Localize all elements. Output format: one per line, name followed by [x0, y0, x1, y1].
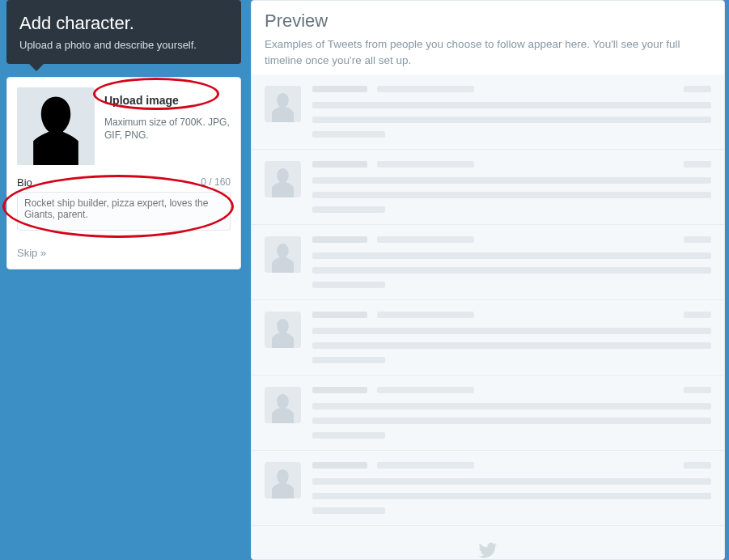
placeholder-line — [312, 357, 385, 363]
avatar-icon — [265, 387, 301, 423]
placeholder-line — [312, 418, 711, 424]
placeholder-time-bar — [684, 462, 711, 469]
placeholder-line — [312, 342, 711, 349]
placeholder-line — [312, 507, 385, 514]
bio-char-count: 0 / 160 — [201, 176, 231, 189]
placeholder-time-bar — [684, 161, 711, 168]
tooltip-title: Add character. — [19, 13, 228, 34]
placeholder-line — [312, 192, 711, 198]
placeholder-line — [312, 102, 711, 108]
placeholder-line — [312, 478, 711, 485]
avatar-icon — [265, 462, 301, 498]
twitter-bird-icon — [476, 541, 500, 560]
preview-footer — [252, 526, 724, 560]
placeholder-line — [312, 403, 711, 409]
placeholder-line — [312, 432, 385, 439]
preview-subtitle: Examples of Tweets from people you choos… — [265, 36, 711, 68]
placeholder-time-bar — [684, 86, 711, 92]
tweet-placeholder-list — [252, 74, 724, 560]
avatar-icon — [265, 236, 301, 273]
placeholder-handle-bar — [377, 86, 474, 92]
upload-note: Maximum size of 700K. JPG, GIF, PNG. — [104, 116, 231, 142]
tweet-placeholder — [252, 150, 724, 225]
avatar-icon — [265, 161, 301, 197]
placeholder-handle-bar — [377, 387, 474, 393]
placeholder-time-bar — [684, 387, 711, 393]
placeholder-handle-bar — [377, 161, 474, 168]
tooltip-arrow-icon — [29, 64, 44, 71]
bio-textarea[interactable] — [17, 192, 231, 231]
bio-label: Bio — [17, 176, 32, 189]
profile-setup-card: Upload image Maximum size of 700K. JPG, … — [6, 77, 241, 269]
placeholder-time-bar — [684, 312, 711, 318]
placeholder-name-bar — [312, 387, 367, 393]
onboarding-tooltip: Add character. Upload a photo and descri… — [6, 0, 241, 64]
placeholder-name-bar — [312, 312, 367, 318]
tweet-placeholder — [252, 300, 724, 375]
placeholder-time-bar — [684, 236, 711, 243]
placeholder-name-bar — [312, 236, 367, 243]
tweet-placeholder — [252, 451, 724, 526]
tweet-placeholder — [252, 375, 724, 451]
placeholder-handle-bar — [377, 462, 474, 469]
placeholder-line — [312, 267, 711, 274]
placeholder-name-bar — [312, 161, 367, 168]
upload-image-link[interactable]: Upload image — [104, 94, 179, 107]
avatar-icon — [265, 312, 301, 348]
placeholder-line — [312, 117, 711, 123]
placeholder-line — [312, 252, 711, 259]
tooltip-subtitle: Upload a photo and describe yourself. — [19, 39, 228, 51]
placeholder-name-bar — [312, 462, 367, 469]
placeholder-line — [312, 206, 385, 213]
skip-link[interactable]: Skip » — [17, 247, 231, 259]
placeholder-line — [312, 493, 711, 499]
placeholder-line — [312, 282, 385, 288]
placeholder-line — [312, 177, 711, 184]
placeholder-handle-bar — [377, 312, 474, 318]
placeholder-line — [312, 131, 385, 138]
preview-title: Preview — [265, 11, 711, 32]
tweet-placeholder — [252, 74, 724, 150]
avatar-placeholder[interactable] — [17, 87, 95, 165]
placeholder-line — [312, 328, 711, 334]
avatar-icon — [265, 86, 301, 122]
tweet-placeholder — [252, 225, 724, 300]
person-silhouette-icon — [17, 87, 95, 165]
placeholder-name-bar — [312, 86, 367, 92]
placeholder-handle-bar — [377, 236, 474, 243]
preview-panel: Preview Examples of Tweets from people y… — [251, 0, 725, 560]
